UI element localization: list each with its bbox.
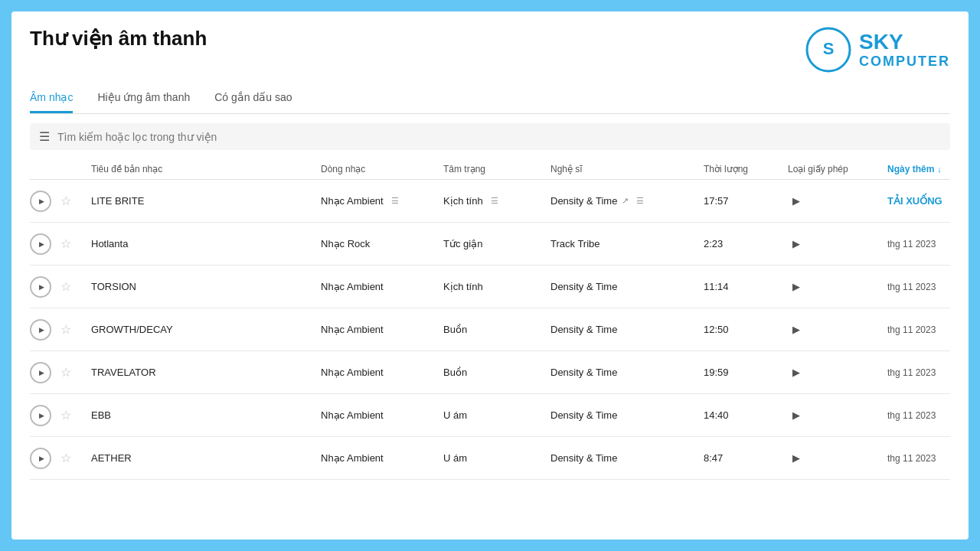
tab-dau-sao[interactable]: Có gắn dấu sao xyxy=(214,85,292,113)
cell-artist: Density & Time xyxy=(550,324,704,335)
cell-artist: Density & Time xyxy=(550,367,704,378)
cell-mood: Kịch tính ☰ xyxy=(443,195,550,207)
col-title: Tiêu đề bản nhạc xyxy=(91,164,321,174)
logo-area: S SKY COMPUTER xyxy=(805,27,950,73)
logo-icon: S xyxy=(805,27,851,73)
logo-sky: SKY xyxy=(859,31,903,54)
star-button[interactable]: ☆ xyxy=(60,194,71,208)
cell-mood: Kịch tính xyxy=(443,281,550,292)
col-artist: Nghệ sĩ xyxy=(550,164,704,174)
tabs: Âm nhạc Hiệu ứng âm thanh Có gắn dấu sao xyxy=(30,85,950,114)
cell-mood: Buồn xyxy=(443,367,550,378)
mood-filter-icon[interactable]: ☰ xyxy=(491,196,498,206)
preview-icon[interactable]: ▶ xyxy=(788,236,805,253)
star-button[interactable]: ☆ xyxy=(60,451,71,465)
preview-icon[interactable]: ▶ xyxy=(788,193,805,210)
cell-license: ▶ xyxy=(788,236,887,253)
table-row: ☆ Hotlanta Nhạc Rock Tức giận Track Trib… xyxy=(30,223,950,266)
cell-title: GROWTH/DECAY xyxy=(91,324,321,335)
cell-license: ▶ xyxy=(788,193,887,210)
star-button[interactable]: ☆ xyxy=(60,279,71,294)
cell-genre: Nhạc Ambient xyxy=(321,409,443,421)
table-row: ☆ AETHER Nhạc Ambient U ám Density & Tim… xyxy=(30,437,950,480)
external-link-icon[interactable]: ↗ xyxy=(622,196,629,206)
cell-artist: Density & Time ↗ ☰ xyxy=(550,195,704,207)
cell-play xyxy=(30,276,60,298)
play-button[interactable] xyxy=(30,191,51,212)
cell-date: thg 11 2023 xyxy=(887,453,950,464)
preview-icon[interactable]: ▶ xyxy=(788,407,805,424)
preview-icon[interactable]: ▶ xyxy=(788,450,805,467)
cell-duration: 8:47 xyxy=(704,452,788,464)
table-row: ☆ GROWTH/DECAY Nhạc Ambient Buồn Density… xyxy=(30,308,950,351)
header: Thư viện âm thanh S SKY COMPUTER xyxy=(30,27,950,73)
cell-date: thg 11 2023 xyxy=(887,324,950,335)
cell-title: TORSION xyxy=(91,281,321,292)
cell-date: thg 11 2023 xyxy=(887,282,950,292)
cell-date: thg 11 2023 xyxy=(887,367,950,378)
search-bar: ☰ xyxy=(30,123,950,150)
cell-genre: Nhạc Ambient xyxy=(321,452,443,464)
table-body: ☆ LITE BRITE Nhạc Ambient ☰ Kịch tính ☰ … xyxy=(30,180,950,540)
cell-title: LITE BRITE xyxy=(91,195,321,207)
cell-title: TRAVELATOR xyxy=(91,367,321,378)
play-button[interactable] xyxy=(30,405,51,426)
cell-play xyxy=(30,319,60,341)
play-button[interactable] xyxy=(30,276,51,298)
cell-play xyxy=(30,191,60,212)
cell-license: ▶ xyxy=(788,279,887,295)
star-button[interactable]: ☆ xyxy=(60,408,71,422)
main-container: Thư viện âm thanh S SKY COMPUTER Âm nhạc… xyxy=(11,11,969,540)
col-genre: Dòng nhạc xyxy=(321,164,443,174)
preview-icon[interactable]: ▶ xyxy=(788,364,805,381)
cell-play xyxy=(30,448,60,469)
genre-filter-icon[interactable]: ☰ xyxy=(391,196,399,206)
star-button[interactable]: ☆ xyxy=(60,236,71,251)
cell-artist: Track Tribe xyxy=(550,238,704,249)
cell-star: ☆ xyxy=(60,451,91,465)
search-input[interactable] xyxy=(57,131,941,143)
cell-artist: Density & Time xyxy=(550,409,704,421)
star-button[interactable]: ☆ xyxy=(60,322,71,337)
cell-date: thg 11 2023 xyxy=(887,239,950,249)
table-row: ☆ EBB Nhạc Ambient U ám Density & Time 1… xyxy=(30,394,950,437)
play-button[interactable] xyxy=(30,448,51,469)
preview-icon[interactable]: ▶ xyxy=(788,321,805,338)
cell-genre: Nhạc Rock xyxy=(321,238,443,249)
cell-star: ☆ xyxy=(60,322,91,337)
logo-computer: COMPUTER xyxy=(859,54,950,70)
star-button[interactable]: ☆ xyxy=(60,365,71,380)
cell-star: ☆ xyxy=(60,194,91,208)
tab-am-nhac[interactable]: Âm nhạc xyxy=(30,85,73,113)
cell-duration: 12:50 xyxy=(704,324,788,335)
col-play xyxy=(30,164,60,174)
cell-mood: Tức giận xyxy=(443,238,550,249)
sort-arrow-icon: ↓ xyxy=(937,165,942,174)
preview-icon[interactable]: ▶ xyxy=(788,279,805,295)
cell-duration: 17:57 xyxy=(704,195,788,207)
table-header: Tiêu đề bản nhạc Dòng nhạc Tâm trạng Ngh… xyxy=(30,159,950,180)
artist-filter-icon[interactable]: ☰ xyxy=(636,196,644,206)
tab-hieu-ung[interactable]: Hiệu ứng âm thanh xyxy=(97,85,190,113)
cell-artist: Density & Time xyxy=(550,281,704,292)
filter-icon[interactable]: ☰ xyxy=(39,129,50,144)
cell-date: TẢI XUỐNG xyxy=(887,195,950,207)
play-button[interactable] xyxy=(30,362,51,383)
cell-play xyxy=(30,405,60,426)
download-button[interactable]: TẢI XUỐNG xyxy=(887,195,942,207)
cell-duration: 19:59 xyxy=(704,367,788,378)
page-title: Thư viện âm thanh xyxy=(30,27,207,51)
cell-title: AETHER xyxy=(91,452,321,464)
col-date-sortable[interactable]: Ngày thêm ↓ xyxy=(887,164,979,174)
cell-star: ☆ xyxy=(60,236,91,251)
play-button[interactable] xyxy=(30,319,51,341)
cell-duration: 2:23 xyxy=(704,238,788,249)
cell-license: ▶ xyxy=(788,450,887,467)
play-button[interactable] xyxy=(30,233,51,255)
cell-artist: Density & Time xyxy=(550,452,704,464)
cell-license: ▶ xyxy=(788,407,887,424)
table-row: ☆ TORSION Nhạc Ambient Kịch tính Density… xyxy=(30,266,950,308)
cell-genre: Nhạc Ambient xyxy=(321,324,443,335)
cell-star: ☆ xyxy=(60,408,91,422)
svg-text:S: S xyxy=(823,39,835,58)
